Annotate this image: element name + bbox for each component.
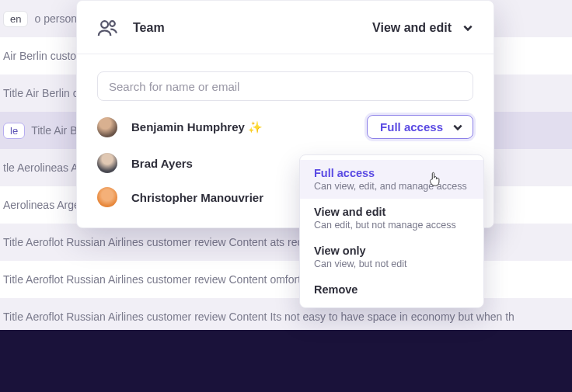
chevron-down-icon bbox=[452, 122, 463, 133]
table-row: Title Aeroflot Russian Airlines customer… bbox=[0, 261, 572, 298]
option-desc: Can view, but not edit bbox=[314, 258, 469, 269]
page-footer bbox=[0, 330, 572, 392]
option-title: Full access bbox=[314, 167, 469, 179]
access-popover: Full access Can view, edit, and manage a… bbox=[299, 154, 484, 308]
avatar bbox=[97, 187, 117, 207]
modal-header: Team View and edit bbox=[77, 1, 494, 54]
option-title: Remove bbox=[314, 283, 469, 296]
sparkles-icon: ✨ bbox=[248, 120, 263, 134]
option-title: View and edit bbox=[314, 206, 469, 218]
search-input[interactable] bbox=[97, 71, 473, 101]
share-modal: Team View and edit Benjamin Humphrey✨ Fu… bbox=[76, 0, 494, 228]
avatar bbox=[97, 153, 117, 173]
chevron-down-icon bbox=[462, 23, 473, 33]
popover-option-remove[interactable]: Remove bbox=[300, 276, 483, 303]
avatar bbox=[97, 117, 117, 137]
team-access-dropdown[interactable]: View and edit bbox=[372, 21, 473, 35]
svg-point-1 bbox=[110, 21, 115, 26]
svg-point-0 bbox=[101, 21, 108, 28]
user-row: Benjamin Humphrey✨ Full access bbox=[97, 115, 473, 139]
team-label: Team bbox=[133, 21, 165, 35]
popover-option-view-only[interactable]: View only Can view, but not edit bbox=[300, 238, 483, 276]
table-row: Title Aeroflot Russian Airlines customer… bbox=[0, 224, 572, 261]
option-title: View only bbox=[314, 245, 469, 257]
popover-option-full-access[interactable]: Full access Can view, edit, and manage a… bbox=[300, 160, 483, 199]
team-access-label: View and edit bbox=[372, 21, 452, 35]
team-icon bbox=[97, 19, 119, 36]
user-access-dropdown[interactable]: Full access bbox=[367, 115, 473, 139]
user-name: Benjamin Humphrey✨ bbox=[131, 120, 353, 134]
option-desc: Can edit, but not manage access bbox=[314, 220, 469, 231]
user-access-label: Full access bbox=[380, 120, 443, 134]
option-desc: Can view, edit, and manage access bbox=[314, 181, 469, 192]
popover-option-view-edit[interactable]: View and edit Can edit, but not manage a… bbox=[300, 199, 483, 238]
